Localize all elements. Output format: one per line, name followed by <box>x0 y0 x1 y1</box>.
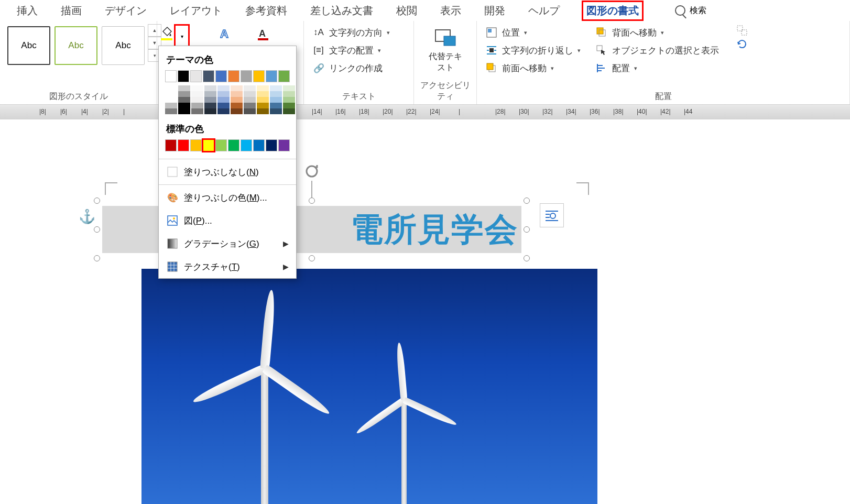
shape-style-gallery[interactable]: Abc Abc Abc <box>5 24 147 67</box>
color-swatch[interactable] <box>231 108 243 114</box>
color-swatch[interactable] <box>241 70 252 82</box>
color-swatch[interactable] <box>270 85 282 91</box>
resize-handle-sw[interactable] <box>94 255 100 261</box>
color-swatch[interactable] <box>231 97 243 103</box>
rotate-handle[interactable] <box>304 164 319 202</box>
search-box[interactable]: 検索 <box>675 5 706 16</box>
color-swatch[interactable] <box>253 139 265 151</box>
alt-text-button[interactable]: 代替テキスト <box>419 24 471 76</box>
color-swatch[interactable] <box>231 103 243 108</box>
color-swatch[interactable] <box>244 91 256 97</box>
color-swatch[interactable] <box>278 139 290 151</box>
color-swatch[interactable] <box>165 139 177 151</box>
color-swatch[interactable] <box>217 108 230 114</box>
texture-fill-item[interactable]: テクスチャ(T) ▶ <box>159 255 296 278</box>
selection-pane-button[interactable]: オブジェクトの選択と表示 <box>592 42 722 59</box>
color-swatch[interactable] <box>266 70 277 82</box>
color-swatch[interactable] <box>165 108 177 114</box>
color-swatch[interactable] <box>231 85 243 91</box>
more-fill-colors-item[interactable]: 🎨 塗りつぶしの色(M)... <box>159 186 296 209</box>
color-swatch[interactable] <box>165 97 177 103</box>
shape-fill-dropdown-arrow[interactable]: ▾ <box>176 26 188 47</box>
tab-references[interactable]: 参考資料 <box>244 1 288 21</box>
color-swatch[interactable] <box>178 85 190 91</box>
color-swatch[interactable] <box>215 70 227 82</box>
tab-review[interactable]: 校閲 <box>395 1 418 21</box>
color-swatch[interactable] <box>215 139 227 151</box>
color-swatch[interactable] <box>244 97 256 103</box>
color-swatch[interactable] <box>178 91 190 97</box>
tab-draw[interactable]: 描画 <box>60 1 83 21</box>
send-backward-button[interactable]: 背面へ移動▾ <box>592 24 722 41</box>
color-swatch[interactable] <box>257 85 269 91</box>
resize-handle-w[interactable] <box>94 226 100 233</box>
color-swatch[interactable] <box>270 103 282 108</box>
tab-help[interactable]: ヘルプ <box>527 1 561 21</box>
resize-handle-n[interactable] <box>309 198 315 204</box>
color-swatch[interactable] <box>278 70 290 82</box>
color-swatch[interactable] <box>165 70 177 82</box>
color-swatch[interactable] <box>217 85 230 91</box>
color-swatch[interactable] <box>165 85 177 91</box>
color-swatch[interactable] <box>257 97 269 103</box>
picture-fill-item[interactable]: 図(P)... <box>159 209 296 232</box>
color-swatch[interactable] <box>204 91 216 97</box>
tab-developer[interactable]: 開発 <box>483 1 506 21</box>
color-swatch[interactable] <box>228 70 239 82</box>
resize-handle-se[interactable] <box>524 255 530 261</box>
resize-handle-ne[interactable] <box>524 198 530 204</box>
color-swatch[interactable] <box>283 85 295 91</box>
color-swatch[interactable] <box>283 103 295 108</box>
text-direction-button[interactable]: ↕A文字列の方向▾ <box>309 24 393 41</box>
color-swatch[interactable] <box>257 91 269 97</box>
shape-style-2[interactable]: Abc <box>55 26 97 65</box>
color-swatch[interactable] <box>253 70 265 82</box>
color-swatch-yellow-selected[interactable] <box>203 139 214 151</box>
rotate-icon[interactable] <box>736 38 748 50</box>
text-fill-icon[interactable]: A <box>257 28 269 41</box>
tab-view[interactable]: 表示 <box>439 1 462 21</box>
color-swatch[interactable] <box>165 103 177 108</box>
tab-insert[interactable]: 挿入 <box>16 1 39 21</box>
text-align-button[interactable]: [≡]文字の配置▾ <box>309 42 384 59</box>
tab-layout[interactable]: レイアウト <box>169 1 223 21</box>
color-swatch[interactable] <box>178 70 189 82</box>
color-swatch[interactable] <box>178 108 190 114</box>
tab-design[interactable]: デザイン <box>104 1 148 21</box>
shape-style-3[interactable]: Abc <box>102 26 145 65</box>
color-swatch[interactable] <box>190 139 202 151</box>
resize-handle-s[interactable] <box>309 255 315 261</box>
color-swatch[interactable] <box>191 97 203 103</box>
color-swatch[interactable] <box>217 103 230 108</box>
color-swatch[interactable] <box>217 91 230 97</box>
color-swatch[interactable] <box>191 91 203 97</box>
color-swatch[interactable] <box>203 70 214 82</box>
layout-options-button[interactable] <box>540 203 564 227</box>
color-swatch[interactable] <box>191 85 203 91</box>
resize-handle-e[interactable] <box>524 226 530 233</box>
bring-forward-button[interactable]: 前面へ移動▾ <box>482 60 584 76</box>
color-swatch[interactable] <box>178 97 190 103</box>
color-swatch[interactable] <box>270 97 282 103</box>
wrap-text-button[interactable]: 文字列の折り返し▾ <box>482 42 584 59</box>
color-swatch[interactable] <box>244 108 256 114</box>
color-swatch[interactable] <box>270 108 282 114</box>
wordart-styles-icon[interactable]: A <box>220 28 233 41</box>
shape-fill-button[interactable] <box>160 26 176 47</box>
color-swatch[interactable] <box>204 103 216 108</box>
color-swatch[interactable] <box>244 85 256 91</box>
group-icon[interactable] <box>736 24 748 37</box>
color-swatch[interactable] <box>178 139 189 151</box>
resize-handle-nw[interactable] <box>94 198 100 204</box>
inserted-image[interactable] <box>141 269 597 504</box>
shape-style-1[interactable]: Abc <box>7 26 50 65</box>
color-swatch[interactable] <box>190 70 202 82</box>
color-swatch[interactable] <box>204 108 216 114</box>
color-swatch[interactable] <box>217 97 230 103</box>
color-swatch[interactable] <box>257 108 269 114</box>
create-link-button[interactable]: 🔗リンクの作成 <box>309 60 386 76</box>
color-swatch[interactable] <box>283 97 295 103</box>
no-fill-item[interactable]: 塗りつぶしなし(N) <box>159 160 296 183</box>
gradient-fill-item[interactable]: グラデーション(G) ▶ <box>159 232 296 255</box>
align-button[interactable]: 配置▾ <box>592 60 722 76</box>
